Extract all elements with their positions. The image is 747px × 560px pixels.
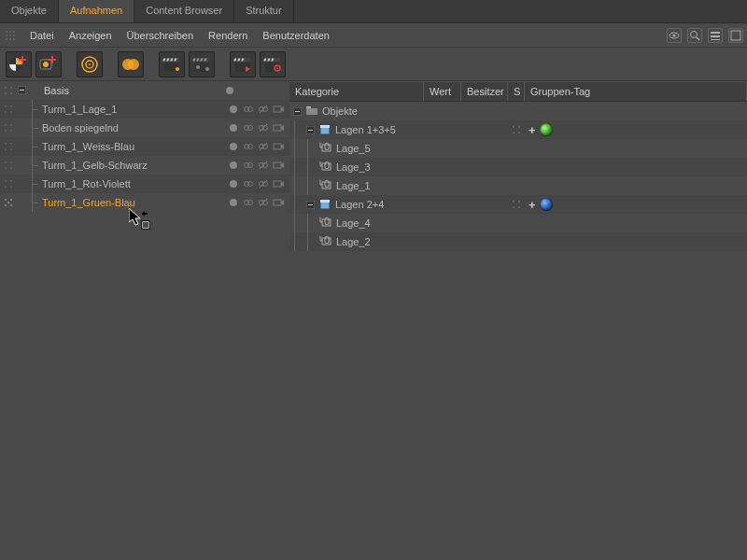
svg-rect-104 <box>274 162 281 168</box>
cam-icon[interactable] <box>273 141 284 152</box>
cam-icon[interactable] <box>273 104 284 115</box>
svg-rect-93 <box>274 144 281 149</box>
tree-item[interactable]: Turm_1_Gruen-Blau <box>0 193 289 212</box>
tree-item[interactable]: Turm_1_Gelb-Schwarz <box>0 156 289 175</box>
tab-content-browser[interactable]: Content Browser <box>134 0 234 22</box>
search-icon[interactable] <box>687 28 702 43</box>
collapse-icon[interactable] <box>306 126 315 134</box>
attr-row[interactable]: Lagen 1+3+5+ <box>289 120 747 139</box>
blend-button[interactable] <box>118 51 144 77</box>
svg-point-56 <box>5 87 7 89</box>
collapse-icon[interactable] <box>17 85 27 95</box>
link1-icon[interactable] <box>243 122 254 133</box>
tree-item[interactable]: Turm_1_Rot-Violett <box>0 175 289 193</box>
link1-icon[interactable] <box>243 178 254 189</box>
attr-row[interactable]: 0Lage_3 <box>289 158 747 176</box>
child-icon: 0 <box>319 235 332 248</box>
menu-ueberschreiben[interactable]: Überschreiben <box>120 26 202 45</box>
menu-anzeigen[interactable]: Anzeigen <box>62 26 120 45</box>
take-assign-button[interactable] <box>35 51 62 77</box>
svg-point-43 <box>196 65 200 69</box>
attr-row[interactable]: 0Lage_5 <box>289 139 747 158</box>
attr-label: Objekte <box>322 105 358 117</box>
cam-icon[interactable] <box>273 197 284 208</box>
attr-row[interactable]: 0Lage_4 <box>289 214 747 232</box>
col-gruppen-tag[interactable]: Gruppen-Tag <box>525 82 747 101</box>
cam-icon[interactable] <box>273 122 284 133</box>
sphere-blue-icon[interactable] <box>540 198 553 211</box>
top-tabs: Objekte Aufnahmen Content Browser Strukt… <box>0 0 747 23</box>
cam-icon[interactable] <box>273 160 284 171</box>
row-icons <box>243 178 284 189</box>
link2-icon[interactable] <box>258 141 269 152</box>
svg-point-76 <box>10 130 12 132</box>
tree-root-label: Basis <box>42 85 226 96</box>
svg-point-84 <box>5 143 7 145</box>
link2-icon[interactable] <box>258 197 269 208</box>
tree-root-row[interactable]: Basis <box>0 81 289 100</box>
clap-3-button[interactable] <box>230 51 256 77</box>
tab-aufnahmen[interactable]: Aufnahmen <box>59 0 134 22</box>
tab-struktur[interactable]: Struktur <box>234 0 294 22</box>
link2-icon[interactable] <box>258 178 269 189</box>
tree-item[interactable]: Turm_1_Weiss-Blau <box>0 137 289 156</box>
collapse-icon[interactable] <box>306 201 315 209</box>
svg-rect-16 <box>731 31 740 40</box>
svg-text:0: 0 <box>324 235 330 245</box>
svg-point-107 <box>10 180 12 182</box>
svg-point-138 <box>513 132 514 133</box>
clap-1-button[interactable] <box>159 51 185 77</box>
attr-row[interactable]: 0Lage_1 <box>289 176 747 195</box>
svg-rect-133 <box>308 130 313 131</box>
svg-point-1 <box>9 31 11 33</box>
svg-rect-130 <box>295 111 300 112</box>
svg-point-4 <box>9 35 11 36</box>
tree-item[interactable]: Turm_1_Lage_1 <box>0 100 289 119</box>
svg-point-63 <box>10 105 12 107</box>
svg-point-42 <box>205 67 209 71</box>
attr-row[interactable]: Objekte <box>289 102 747 120</box>
take-add-button[interactable] <box>6 51 32 77</box>
attr-row[interactable]: 0Lage_2 <box>289 232 747 251</box>
col-s[interactable]: S <box>508 82 525 101</box>
collapse-icon[interactable] <box>293 107 302 116</box>
link2-icon[interactable] <box>258 122 269 133</box>
list-icon[interactable] <box>708 28 723 43</box>
link1-icon[interactable] <box>243 197 254 208</box>
clap-2-button[interactable] <box>189 51 215 77</box>
tab-objekte[interactable]: Objekte <box>0 0 59 22</box>
cam-icon[interactable] <box>273 178 284 189</box>
handle-icon[interactable] <box>512 200 521 209</box>
child-icon: 0 <box>319 142 332 155</box>
svg-point-35 <box>176 67 179 71</box>
eye-icon[interactable] <box>667 28 682 43</box>
svg-point-75 <box>5 130 7 132</box>
tree-item[interactable]: Boden spiegelnd <box>0 119 289 137</box>
handle-icon[interactable] <box>512 125 521 134</box>
svg-point-156 <box>513 201 514 203</box>
panel-icon[interactable] <box>728 28 743 43</box>
tree-item-label: Turm_1_Gruen-Blau <box>40 197 230 208</box>
add-icon[interactable]: + <box>529 198 536 212</box>
row-icons <box>243 197 284 208</box>
link2-icon[interactable] <box>258 104 269 115</box>
svg-point-0 <box>6 31 7 33</box>
menu-rendern[interactable]: Rendern <box>201 26 255 45</box>
svg-rect-82 <box>274 125 281 131</box>
link1-icon[interactable] <box>243 160 254 171</box>
attr-row[interactable]: Lagen 2+4+ <box>289 195 747 214</box>
add-icon[interactable]: + <box>529 123 536 137</box>
col-wert[interactable]: Wert <box>424 82 461 101</box>
col-besitzer[interactable]: Besitzer <box>461 82 508 101</box>
target-button[interactable] <box>77 51 103 77</box>
svg-point-98 <box>10 167 12 169</box>
link1-icon[interactable] <box>243 141 254 152</box>
menu-benutzerdaten[interactable]: Benutzerdaten <box>255 26 337 45</box>
clap-4-button[interactable] <box>260 51 286 77</box>
sphere-green-icon[interactable] <box>540 123 553 136</box>
col-kategorie[interactable]: Kategorie <box>289 82 424 101</box>
menu-datei[interactable]: Datei <box>22 26 62 45</box>
link1-icon[interactable] <box>243 104 254 115</box>
link2-icon[interactable] <box>258 160 269 171</box>
attr-label: Lagen 1+3+5 <box>335 124 396 135</box>
